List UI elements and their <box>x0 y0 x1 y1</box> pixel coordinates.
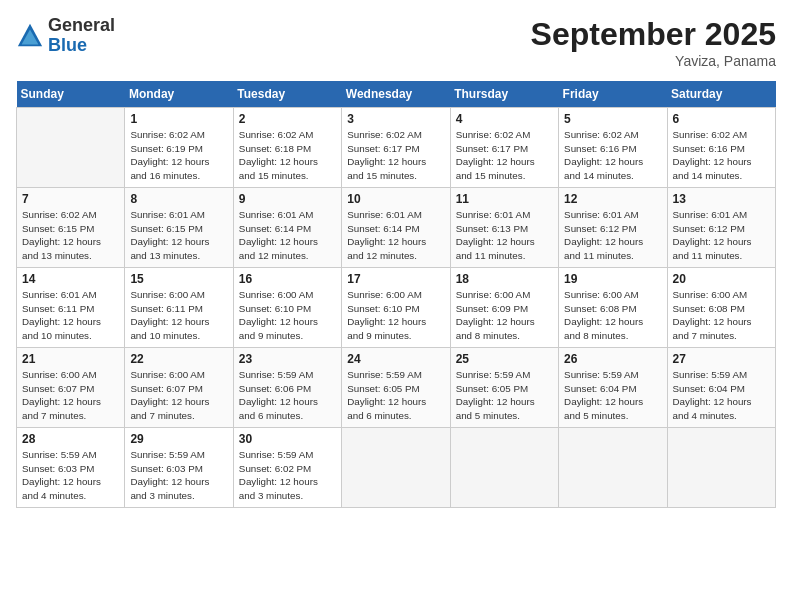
column-header-monday: Monday <box>125 81 233 108</box>
day-number: 11 <box>456 192 553 206</box>
calendar-cell: 11Sunrise: 6:01 AM Sunset: 6:13 PM Dayli… <box>450 188 558 268</box>
day-number: 23 <box>239 352 336 366</box>
day-number: 3 <box>347 112 444 126</box>
month-title: September 2025 <box>531 16 776 53</box>
calendar-cell: 16Sunrise: 6:00 AM Sunset: 6:10 PM Dayli… <box>233 268 341 348</box>
day-info: Sunrise: 6:00 AM Sunset: 6:10 PM Dayligh… <box>347 288 444 343</box>
calendar-cell: 3Sunrise: 6:02 AM Sunset: 6:17 PM Daylig… <box>342 108 450 188</box>
day-info: Sunrise: 5:59 AM Sunset: 6:02 PM Dayligh… <box>239 448 336 503</box>
day-number: 20 <box>673 272 770 286</box>
day-number: 15 <box>130 272 227 286</box>
day-number: 6 <box>673 112 770 126</box>
day-info: Sunrise: 6:02 AM Sunset: 6:18 PM Dayligh… <box>239 128 336 183</box>
day-info: Sunrise: 6:02 AM Sunset: 6:19 PM Dayligh… <box>130 128 227 183</box>
title-block: September 2025 Yaviza, Panama <box>531 16 776 69</box>
day-number: 2 <box>239 112 336 126</box>
day-number: 17 <box>347 272 444 286</box>
day-number: 18 <box>456 272 553 286</box>
calendar-cell: 24Sunrise: 5:59 AM Sunset: 6:05 PM Dayli… <box>342 348 450 428</box>
calendar-cell: 6Sunrise: 6:02 AM Sunset: 6:16 PM Daylig… <box>667 108 775 188</box>
calendar-cell: 10Sunrise: 6:01 AM Sunset: 6:14 PM Dayli… <box>342 188 450 268</box>
day-info: Sunrise: 5:59 AM Sunset: 6:06 PM Dayligh… <box>239 368 336 423</box>
calendar-cell: 18Sunrise: 6:00 AM Sunset: 6:09 PM Dayli… <box>450 268 558 348</box>
logo: General Blue <box>16 16 115 56</box>
day-info: Sunrise: 6:01 AM Sunset: 6:12 PM Dayligh… <box>673 208 770 263</box>
day-number: 30 <box>239 432 336 446</box>
day-number: 26 <box>564 352 661 366</box>
day-number: 1 <box>130 112 227 126</box>
calendar-cell: 20Sunrise: 6:00 AM Sunset: 6:08 PM Dayli… <box>667 268 775 348</box>
calendar-cell: 29Sunrise: 5:59 AM Sunset: 6:03 PM Dayli… <box>125 428 233 508</box>
day-number: 5 <box>564 112 661 126</box>
day-info: Sunrise: 5:59 AM Sunset: 6:04 PM Dayligh… <box>673 368 770 423</box>
calendar-cell: 7Sunrise: 6:02 AM Sunset: 6:15 PM Daylig… <box>17 188 125 268</box>
day-number: 19 <box>564 272 661 286</box>
day-number: 24 <box>347 352 444 366</box>
day-info: Sunrise: 5:59 AM Sunset: 6:05 PM Dayligh… <box>456 368 553 423</box>
calendar-cell <box>342 428 450 508</box>
column-header-sunday: Sunday <box>17 81 125 108</box>
calendar-cell <box>450 428 558 508</box>
column-header-thursday: Thursday <box>450 81 558 108</box>
calendar-cell: 15Sunrise: 6:00 AM Sunset: 6:11 PM Dayli… <box>125 268 233 348</box>
calendar-cell: 14Sunrise: 6:01 AM Sunset: 6:11 PM Dayli… <box>17 268 125 348</box>
logo-icon <box>16 22 44 50</box>
calendar-cell: 25Sunrise: 5:59 AM Sunset: 6:05 PM Dayli… <box>450 348 558 428</box>
day-number: 9 <box>239 192 336 206</box>
column-header-tuesday: Tuesday <box>233 81 341 108</box>
day-info: Sunrise: 6:01 AM Sunset: 6:12 PM Dayligh… <box>564 208 661 263</box>
calendar-cell <box>17 108 125 188</box>
day-info: Sunrise: 6:01 AM Sunset: 6:15 PM Dayligh… <box>130 208 227 263</box>
calendar-cell: 21Sunrise: 6:00 AM Sunset: 6:07 PM Dayli… <box>17 348 125 428</box>
calendar-cell: 17Sunrise: 6:00 AM Sunset: 6:10 PM Dayli… <box>342 268 450 348</box>
day-info: Sunrise: 5:59 AM Sunset: 6:05 PM Dayligh… <box>347 368 444 423</box>
day-info: Sunrise: 6:00 AM Sunset: 6:07 PM Dayligh… <box>22 368 119 423</box>
day-info: Sunrise: 6:00 AM Sunset: 6:08 PM Dayligh… <box>564 288 661 343</box>
day-info: Sunrise: 6:00 AM Sunset: 6:08 PM Dayligh… <box>673 288 770 343</box>
day-info: Sunrise: 6:00 AM Sunset: 6:10 PM Dayligh… <box>239 288 336 343</box>
day-info: Sunrise: 6:00 AM Sunset: 6:09 PM Dayligh… <box>456 288 553 343</box>
day-info: Sunrise: 6:02 AM Sunset: 6:17 PM Dayligh… <box>456 128 553 183</box>
calendar-table: SundayMondayTuesdayWednesdayThursdayFrid… <box>16 81 776 508</box>
calendar-cell <box>667 428 775 508</box>
day-number: 16 <box>239 272 336 286</box>
day-number: 13 <box>673 192 770 206</box>
calendar-cell: 8Sunrise: 6:01 AM Sunset: 6:15 PM Daylig… <box>125 188 233 268</box>
calendar-cell: 4Sunrise: 6:02 AM Sunset: 6:17 PM Daylig… <box>450 108 558 188</box>
calendar-cell: 13Sunrise: 6:01 AM Sunset: 6:12 PM Dayli… <box>667 188 775 268</box>
day-info: Sunrise: 5:59 AM Sunset: 6:03 PM Dayligh… <box>130 448 227 503</box>
day-info: Sunrise: 6:02 AM Sunset: 6:16 PM Dayligh… <box>673 128 770 183</box>
day-info: Sunrise: 6:00 AM Sunset: 6:07 PM Dayligh… <box>130 368 227 423</box>
day-info: Sunrise: 6:01 AM Sunset: 6:11 PM Dayligh… <box>22 288 119 343</box>
day-info: Sunrise: 6:02 AM Sunset: 6:15 PM Dayligh… <box>22 208 119 263</box>
calendar-cell: 9Sunrise: 6:01 AM Sunset: 6:14 PM Daylig… <box>233 188 341 268</box>
calendar-cell: 27Sunrise: 5:59 AM Sunset: 6:04 PM Dayli… <box>667 348 775 428</box>
calendar-cell: 26Sunrise: 5:59 AM Sunset: 6:04 PM Dayli… <box>559 348 667 428</box>
calendar-cell: 19Sunrise: 6:00 AM Sunset: 6:08 PM Dayli… <box>559 268 667 348</box>
day-info: Sunrise: 6:02 AM Sunset: 6:16 PM Dayligh… <box>564 128 661 183</box>
day-info: Sunrise: 6:01 AM Sunset: 6:14 PM Dayligh… <box>347 208 444 263</box>
day-number: 25 <box>456 352 553 366</box>
location: Yaviza, Panama <box>531 53 776 69</box>
page-header: General Blue September 2025 Yaviza, Pana… <box>16 16 776 69</box>
calendar-cell: 1Sunrise: 6:02 AM Sunset: 6:19 PM Daylig… <box>125 108 233 188</box>
day-info: Sunrise: 6:01 AM Sunset: 6:13 PM Dayligh… <box>456 208 553 263</box>
logo-general: General <box>48 15 115 35</box>
day-number: 12 <box>564 192 661 206</box>
column-header-wednesday: Wednesday <box>342 81 450 108</box>
calendar-cell <box>559 428 667 508</box>
calendar-cell: 12Sunrise: 6:01 AM Sunset: 6:12 PM Dayli… <box>559 188 667 268</box>
day-number: 21 <box>22 352 119 366</box>
day-number: 14 <box>22 272 119 286</box>
calendar-cell: 2Sunrise: 6:02 AM Sunset: 6:18 PM Daylig… <box>233 108 341 188</box>
column-header-friday: Friday <box>559 81 667 108</box>
calendar-header-row: SundayMondayTuesdayWednesdayThursdayFrid… <box>17 81 776 108</box>
logo-text: General Blue <box>48 16 115 56</box>
day-number: 10 <box>347 192 444 206</box>
day-number: 8 <box>130 192 227 206</box>
day-info: Sunrise: 6:02 AM Sunset: 6:17 PM Dayligh… <box>347 128 444 183</box>
day-number: 4 <box>456 112 553 126</box>
day-number: 28 <box>22 432 119 446</box>
calendar-cell: 30Sunrise: 5:59 AM Sunset: 6:02 PM Dayli… <box>233 428 341 508</box>
day-number: 22 <box>130 352 227 366</box>
